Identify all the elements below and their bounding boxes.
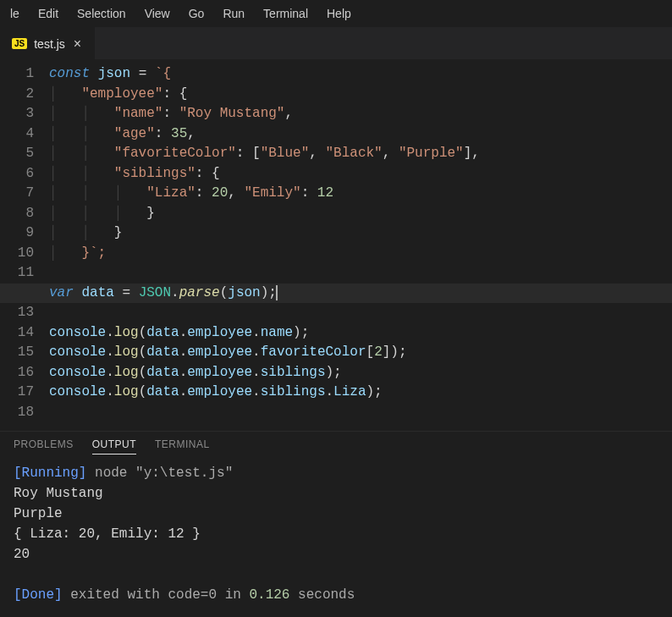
done-text: exited with	[63, 587, 168, 603]
panel-tab-problems[interactable]: PROBLEMS	[14, 438, 74, 454]
tab-test-js[interactable]: JS test.js ×	[0, 27, 95, 59]
done-code: code=0	[168, 587, 217, 603]
code-editor[interactable]: 123456789101112131415161718 const json =…	[0, 59, 672, 431]
running-command: node "y:\test.js"	[86, 466, 233, 481]
running-label: [Running]	[14, 466, 86, 481]
output-line: { Liza: 20, Emily: 12 }	[14, 526, 201, 542]
menu-file[interactable]: le	[2, 3, 28, 24]
code-area[interactable]: const json = `{ │ "employee": { │ │ "nam…	[49, 64, 672, 431]
panel-tab-terminal[interactable]: TERMINAL	[155, 438, 210, 454]
menu-selection[interactable]: Selection	[69, 3, 135, 24]
menu-help[interactable]: Help	[318, 3, 360, 24]
output-line: 20	[14, 547, 30, 562]
panel-tab-output[interactable]: OUTPUT	[92, 438, 136, 454]
js-file-icon: JS	[12, 38, 27, 49]
menu-go[interactable]: Go	[180, 3, 213, 24]
menu-edit[interactable]: Edit	[30, 3, 67, 24]
done-time: 0.126	[249, 587, 289, 603]
menu-terminal[interactable]: Terminal	[255, 3, 317, 24]
line-numbers: 123456789101112131415161718	[0, 64, 49, 431]
done-label: [Done]	[14, 587, 63, 603]
done-text: in	[217, 587, 249, 603]
close-icon[interactable]: ×	[72, 37, 83, 51]
output-content[interactable]: [Running] node "y:\test.js" Roy Mustang …	[0, 460, 672, 617]
output-line: Roy Mustang	[14, 486, 103, 501]
tabbar: JS test.js ×	[0, 27, 672, 59]
output-line: Purple	[14, 506, 63, 521]
text-cursor	[276, 285, 278, 300]
menu-view[interactable]: View	[136, 3, 179, 24]
bottom-panel: PROBLEMS OUTPUT TERMINAL [Running] node …	[0, 431, 672, 617]
tab-label: test.js	[34, 37, 65, 51]
menubar: le Edit Selection View Go Run Terminal H…	[0, 0, 672, 27]
menu-run[interactable]: Run	[214, 3, 253, 24]
done-text: seconds	[289, 587, 355, 603]
panel-tabs: PROBLEMS OUTPUT TERMINAL	[0, 432, 672, 460]
